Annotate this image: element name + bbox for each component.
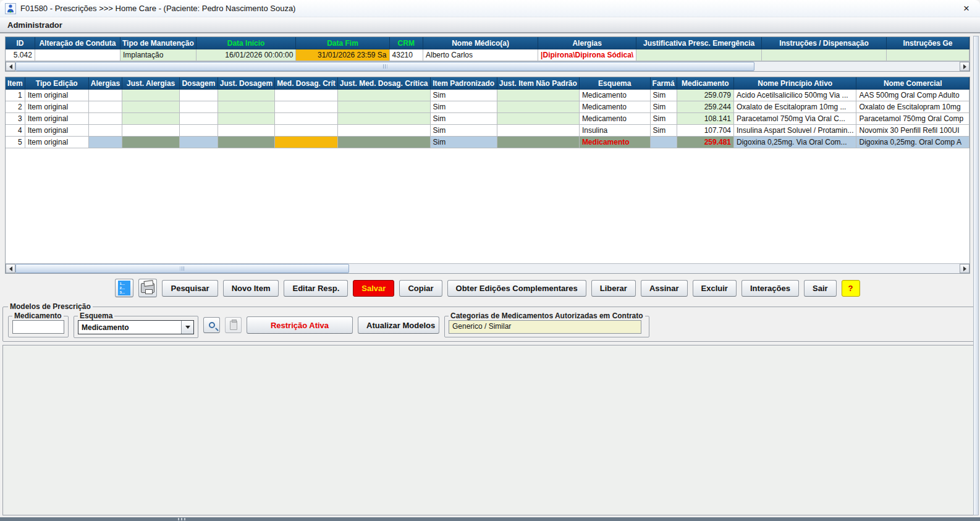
column-header-crm[interactable]: CRM <box>390 37 423 49</box>
cell[interactable]: Sim <box>431 137 497 148</box>
cell[interactable] <box>122 125 180 137</box>
cell[interactable]: Oxalato de Escitalopram 10mg <box>856 101 969 113</box>
items-hscrollbar[interactable] <box>6 263 969 273</box>
cell[interactable] <box>338 101 431 113</box>
cell[interactable]: 4 <box>6 125 25 137</box>
assinar-button[interactable]: Assinar <box>641 280 688 297</box>
column-header-nome-comercial[interactable]: Nome Comercial <box>856 77 969 90</box>
column-header-nome-medico-a[interactable]: Nome Médico(a) <box>423 37 538 49</box>
cell[interactable] <box>180 101 218 113</box>
column-header-alteracao-de-conduta[interactable]: Alteração de Conduta <box>35 37 120 49</box>
table-row[interactable]: 2Item originalSimMedicamentoSim259.244Ox… <box>6 101 969 113</box>
cell[interactable] <box>122 90 180 101</box>
novo-item-button[interactable]: Novo Item <box>223 280 279 297</box>
cell[interactable]: Insulina Aspart Soluvel / Protamin... <box>734 125 856 137</box>
column-header-nome-principio-ativo[interactable]: Nome Princípio Ativo <box>734 77 856 90</box>
column-header-farma[interactable]: Farmá <box>651 77 677 90</box>
column-header-just-alergias[interactable]: Just. Alergias <box>122 77 180 90</box>
interacoes-button[interactable]: Interações <box>741 280 799 297</box>
cell[interactable]: 31/01/2026 23:59 Sa <box>296 49 389 61</box>
cell[interactable]: Paracetamol 750mg Via Oral C... <box>734 113 856 125</box>
column-header-instrucoes-ge[interactable]: Instruções Ge <box>887 37 969 49</box>
obter-edicoes-complementares-button[interactable]: Obter Edições Complementares <box>447 280 586 297</box>
cell[interactable] <box>497 101 580 113</box>
column-header-just-dosagem[interactable]: Just. Dosagem <box>218 77 275 90</box>
cell[interactable]: Item original <box>25 137 89 148</box>
cell[interactable] <box>275 101 338 113</box>
cell[interactable]: 3 <box>6 113 25 125</box>
column-header-instrucoes-dispensacao[interactable]: Instruções / Dispensação <box>762 37 887 49</box>
cell[interactable]: Alberto Carlos <box>423 49 538 61</box>
column-header-medicamento[interactable]: Medicamento <box>677 77 734 90</box>
cell[interactable]: 108.141 <box>677 113 734 125</box>
cell[interactable]: Sim <box>431 125 497 137</box>
cell[interactable] <box>89 137 122 148</box>
cell[interactable] <box>218 101 275 113</box>
medicamento-input[interactable] <box>12 320 64 334</box>
help-button[interactable]: ? <box>842 280 860 297</box>
restricao-ativa-button[interactable]: Restrição Ativa <box>247 316 353 334</box>
vertical-scrollbar[interactable] <box>973 36 979 515</box>
cell[interactable] <box>89 113 122 125</box>
cell[interactable]: Digoxina 0,25mg. Oral Comp A <box>856 137 969 148</box>
scroll-right-icon[interactable] <box>960 264 969 273</box>
paste-button[interactable] <box>225 317 242 333</box>
table-row[interactable]: 5.042Implantação16/01/2026 00:00:0031/01… <box>6 49 969 61</box>
chevron-down-icon[interactable] <box>181 321 193 334</box>
cell[interactable] <box>651 137 677 148</box>
cell[interactable]: 1 <box>6 90 25 101</box>
cell[interactable]: Implantação <box>120 49 196 61</box>
column-header-dosagem[interactable]: Dosagem <box>180 77 218 90</box>
cell[interactable] <box>497 113 580 125</box>
prescription-hscrollbar[interactable] <box>6 61 969 71</box>
cell[interactable] <box>218 137 275 148</box>
cell[interactable] <box>89 125 122 137</box>
column-header-tipo-edicao[interactable]: Tipo Edição <box>25 77 89 90</box>
cell[interactable] <box>275 137 338 148</box>
column-header-alergias[interactable]: Alergias <box>89 77 122 90</box>
cell[interactable]: 2 <box>6 101 25 113</box>
cell[interactable]: Sim <box>431 113 497 125</box>
column-header-item-padronizado[interactable]: Item Padronizado <box>431 77 497 90</box>
cell[interactable]: 259.244 <box>677 101 734 113</box>
column-header-tipo-de-manutencao[interactable]: Tipo de Manutenção <box>120 37 196 49</box>
cell[interactable]: 259.481 <box>677 137 734 148</box>
scroll-left-icon[interactable] <box>6 62 15 71</box>
cell[interactable] <box>275 113 338 125</box>
cell[interactable]: Sim <box>651 113 677 125</box>
cell[interactable]: Acido Acetilsalicilico 500mg Via ... <box>734 90 856 101</box>
table-row[interactable]: 4Item originalSimInsulinaSim107.704Insul… <box>6 125 969 137</box>
cell[interactable] <box>275 90 338 101</box>
cell[interactable]: Item original <box>25 90 89 101</box>
cell[interactable]: Digoxina 0,25mg. Via Oral Com... <box>734 137 856 148</box>
cell[interactable]: 259.079 <box>677 90 734 101</box>
cell[interactable]: 107.704 <box>677 125 734 137</box>
cell[interactable] <box>180 137 218 148</box>
cell[interactable] <box>762 49 887 61</box>
cell[interactable]: Oxalato de Escitalopram 10mg ... <box>734 101 856 113</box>
cell[interactable]: AAS 500mg Oral Comp Adulto <box>856 90 969 101</box>
table-row[interactable]: 3Item originalSimMedicamentoSim108.141Pa… <box>6 113 969 125</box>
column-header-alergias[interactable]: Alergias <box>538 37 636 49</box>
cell[interactable] <box>275 125 338 137</box>
sair-button[interactable]: Sair <box>804 280 837 297</box>
column-header-data-inicio[interactable]: Data Início <box>196 37 297 49</box>
bottom-splitter[interactable] <box>0 517 980 521</box>
liberar-button[interactable]: Liberar <box>591 280 636 297</box>
cell[interactable]: Item original <box>25 113 89 125</box>
column-header-item[interactable]: Item <box>6 77 25 90</box>
cell[interactable] <box>89 101 122 113</box>
cell[interactable] <box>636 49 762 61</box>
scrollbar-thumb[interactable] <box>15 62 754 71</box>
cell[interactable]: Medicamento <box>580 101 651 113</box>
close-icon[interactable]: × <box>953 0 980 17</box>
cell[interactable]: |Dipirona\Dipirona Sódica\ <box>538 49 636 61</box>
scroll-left-icon[interactable] <box>6 264 15 273</box>
column-header-id[interactable]: ID <box>6 37 35 49</box>
cell[interactable]: Medicamento <box>580 113 651 125</box>
menu-administrador[interactable]: Administrador <box>5 19 65 31</box>
cell[interactable]: Sim <box>431 90 497 101</box>
cell[interactable]: Paracetamol 750mg Oral Comp <box>856 113 969 125</box>
cell[interactable]: Sim <box>651 125 677 137</box>
column-header-just-item-nao-padrao[interactable]: Just. Item Não Padrão <box>497 77 580 90</box>
